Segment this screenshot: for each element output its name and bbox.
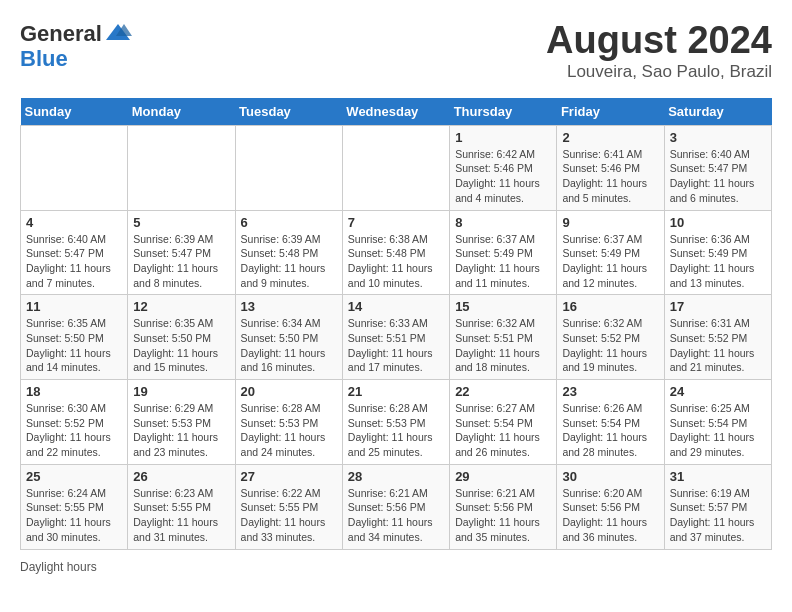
day-cell: [342, 125, 449, 210]
day-number: 16: [562, 299, 658, 314]
day-number: 19: [133, 384, 229, 399]
day-info: Sunrise: 6:40 AM Sunset: 5:47 PM Dayligh…: [26, 232, 122, 291]
day-info: Sunrise: 6:28 AM Sunset: 5:53 PM Dayligh…: [241, 401, 337, 460]
day-cell: [235, 125, 342, 210]
day-number: 23: [562, 384, 658, 399]
day-info: Sunrise: 6:27 AM Sunset: 5:54 PM Dayligh…: [455, 401, 551, 460]
day-number: 2: [562, 130, 658, 145]
day-number: 11: [26, 299, 122, 314]
day-number: 1: [455, 130, 551, 145]
day-number: 25: [26, 469, 122, 484]
col-saturday: Saturday: [664, 98, 771, 126]
day-number: 6: [241, 215, 337, 230]
header-row: Sunday Monday Tuesday Wednesday Thursday…: [21, 98, 772, 126]
day-cell: 27Sunrise: 6:22 AM Sunset: 5:55 PM Dayli…: [235, 464, 342, 549]
day-cell: [21, 125, 128, 210]
day-cell: [128, 125, 235, 210]
day-number: 12: [133, 299, 229, 314]
day-cell: 15Sunrise: 6:32 AM Sunset: 5:51 PM Dayli…: [450, 295, 557, 380]
day-cell: 14Sunrise: 6:33 AM Sunset: 5:51 PM Dayli…: [342, 295, 449, 380]
day-cell: 29Sunrise: 6:21 AM Sunset: 5:56 PM Dayli…: [450, 464, 557, 549]
day-info: Sunrise: 6:21 AM Sunset: 5:56 PM Dayligh…: [455, 486, 551, 545]
day-info: Sunrise: 6:40 AM Sunset: 5:47 PM Dayligh…: [670, 147, 766, 206]
col-tuesday: Tuesday: [235, 98, 342, 126]
day-info: Sunrise: 6:41 AM Sunset: 5:46 PM Dayligh…: [562, 147, 658, 206]
day-info: Sunrise: 6:23 AM Sunset: 5:55 PM Dayligh…: [133, 486, 229, 545]
day-info: Sunrise: 6:32 AM Sunset: 5:52 PM Dayligh…: [562, 316, 658, 375]
day-info: Sunrise: 6:25 AM Sunset: 5:54 PM Dayligh…: [670, 401, 766, 460]
week-row-0: 1Sunrise: 6:42 AM Sunset: 5:46 PM Daylig…: [21, 125, 772, 210]
calendar-table: Sunday Monday Tuesday Wednesday Thursday…: [20, 98, 772, 550]
day-info: Sunrise: 6:26 AM Sunset: 5:54 PM Dayligh…: [562, 401, 658, 460]
day-cell: 16Sunrise: 6:32 AM Sunset: 5:52 PM Dayli…: [557, 295, 664, 380]
day-info: Sunrise: 6:22 AM Sunset: 5:55 PM Dayligh…: [241, 486, 337, 545]
week-row-3: 18Sunrise: 6:30 AM Sunset: 5:52 PM Dayli…: [21, 380, 772, 465]
day-cell: 17Sunrise: 6:31 AM Sunset: 5:52 PM Dayli…: [664, 295, 771, 380]
day-cell: 7Sunrise: 6:38 AM Sunset: 5:48 PM Daylig…: [342, 210, 449, 295]
footer-text: Daylight hours: [20, 560, 97, 574]
day-info: Sunrise: 6:34 AM Sunset: 5:50 PM Dayligh…: [241, 316, 337, 375]
day-number: 27: [241, 469, 337, 484]
day-number: 10: [670, 215, 766, 230]
day-number: 15: [455, 299, 551, 314]
logo-general: General: [20, 23, 102, 45]
day-info: Sunrise: 6:39 AM Sunset: 5:48 PM Dayligh…: [241, 232, 337, 291]
day-info: Sunrise: 6:19 AM Sunset: 5:57 PM Dayligh…: [670, 486, 766, 545]
day-cell: 1Sunrise: 6:42 AM Sunset: 5:46 PM Daylig…: [450, 125, 557, 210]
week-row-4: 25Sunrise: 6:24 AM Sunset: 5:55 PM Dayli…: [21, 464, 772, 549]
day-number: 3: [670, 130, 766, 145]
day-number: 29: [455, 469, 551, 484]
footer-note: Daylight hours: [20, 560, 772, 574]
logo-icon: [104, 20, 132, 48]
day-number: 28: [348, 469, 444, 484]
day-number: 17: [670, 299, 766, 314]
day-cell: 6Sunrise: 6:39 AM Sunset: 5:48 PM Daylig…: [235, 210, 342, 295]
day-cell: 5Sunrise: 6:39 AM Sunset: 5:47 PM Daylig…: [128, 210, 235, 295]
day-cell: 28Sunrise: 6:21 AM Sunset: 5:56 PM Dayli…: [342, 464, 449, 549]
day-cell: 31Sunrise: 6:19 AM Sunset: 5:57 PM Dayli…: [664, 464, 771, 549]
day-cell: 25Sunrise: 6:24 AM Sunset: 5:55 PM Dayli…: [21, 464, 128, 549]
calendar-subtitle: Louveira, Sao Paulo, Brazil: [546, 62, 772, 82]
day-info: Sunrise: 6:32 AM Sunset: 5:51 PM Dayligh…: [455, 316, 551, 375]
day-cell: 12Sunrise: 6:35 AM Sunset: 5:50 PM Dayli…: [128, 295, 235, 380]
day-info: Sunrise: 6:30 AM Sunset: 5:52 PM Dayligh…: [26, 401, 122, 460]
day-info: Sunrise: 6:36 AM Sunset: 5:49 PM Dayligh…: [670, 232, 766, 291]
day-info: Sunrise: 6:37 AM Sunset: 5:49 PM Dayligh…: [455, 232, 551, 291]
calendar-title: August 2024: [546, 20, 772, 62]
day-number: 18: [26, 384, 122, 399]
col-thursday: Thursday: [450, 98, 557, 126]
day-number: 26: [133, 469, 229, 484]
day-cell: 24Sunrise: 6:25 AM Sunset: 5:54 PM Dayli…: [664, 380, 771, 465]
day-number: 24: [670, 384, 766, 399]
day-info: Sunrise: 6:35 AM Sunset: 5:50 PM Dayligh…: [26, 316, 122, 375]
day-cell: 13Sunrise: 6:34 AM Sunset: 5:50 PM Dayli…: [235, 295, 342, 380]
day-number: 13: [241, 299, 337, 314]
day-cell: 11Sunrise: 6:35 AM Sunset: 5:50 PM Dayli…: [21, 295, 128, 380]
day-cell: 30Sunrise: 6:20 AM Sunset: 5:56 PM Dayli…: [557, 464, 664, 549]
logo: General Blue: [20, 20, 132, 70]
day-cell: 3Sunrise: 6:40 AM Sunset: 5:47 PM Daylig…: [664, 125, 771, 210]
day-info: Sunrise: 6:20 AM Sunset: 5:56 PM Dayligh…: [562, 486, 658, 545]
day-info: Sunrise: 6:24 AM Sunset: 5:55 PM Dayligh…: [26, 486, 122, 545]
day-info: Sunrise: 6:31 AM Sunset: 5:52 PM Dayligh…: [670, 316, 766, 375]
day-cell: 9Sunrise: 6:37 AM Sunset: 5:49 PM Daylig…: [557, 210, 664, 295]
col-sunday: Sunday: [21, 98, 128, 126]
day-info: Sunrise: 6:35 AM Sunset: 5:50 PM Dayligh…: [133, 316, 229, 375]
day-number: 31: [670, 469, 766, 484]
day-info: Sunrise: 6:28 AM Sunset: 5:53 PM Dayligh…: [348, 401, 444, 460]
day-cell: 10Sunrise: 6:36 AM Sunset: 5:49 PM Dayli…: [664, 210, 771, 295]
day-number: 14: [348, 299, 444, 314]
day-cell: 2Sunrise: 6:41 AM Sunset: 5:46 PM Daylig…: [557, 125, 664, 210]
day-cell: 26Sunrise: 6:23 AM Sunset: 5:55 PM Dayli…: [128, 464, 235, 549]
day-cell: 21Sunrise: 6:28 AM Sunset: 5:53 PM Dayli…: [342, 380, 449, 465]
day-number: 8: [455, 215, 551, 230]
week-row-1: 4Sunrise: 6:40 AM Sunset: 5:47 PM Daylig…: [21, 210, 772, 295]
day-cell: 23Sunrise: 6:26 AM Sunset: 5:54 PM Dayli…: [557, 380, 664, 465]
day-number: 7: [348, 215, 444, 230]
day-info: Sunrise: 6:33 AM Sunset: 5:51 PM Dayligh…: [348, 316, 444, 375]
day-cell: 22Sunrise: 6:27 AM Sunset: 5:54 PM Dayli…: [450, 380, 557, 465]
week-row-2: 11Sunrise: 6:35 AM Sunset: 5:50 PM Dayli…: [21, 295, 772, 380]
day-number: 30: [562, 469, 658, 484]
day-number: 21: [348, 384, 444, 399]
col-wednesday: Wednesday: [342, 98, 449, 126]
